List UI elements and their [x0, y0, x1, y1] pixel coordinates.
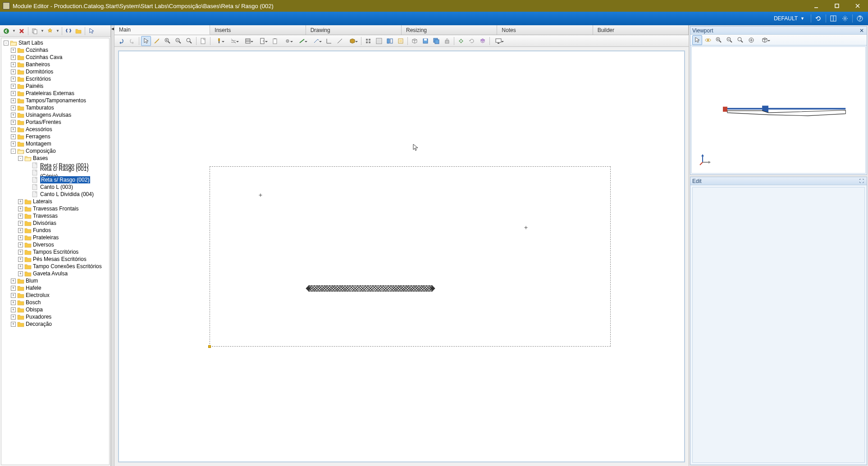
tab-notes[interactable]: Notes: [497, 25, 593, 35]
tree-node[interactable]: Reta c/ Rasgo (001) (Cópia): [1, 169, 109, 176]
tab-main[interactable]: Main: [114, 25, 210, 35]
tab-resizing[interactable]: Resizing: [402, 25, 497, 35]
expand-toggle[interactable]: +: [18, 264, 23, 269]
expand-toggle[interactable]: +: [11, 315, 16, 320]
tree-node[interactable]: Canto L (003): [1, 183, 109, 191]
tree-node[interactable]: +Decoração: [1, 320, 109, 328]
tree-node[interactable]: -Composição: [1, 147, 109, 155]
clipboard-tool[interactable]: [270, 36, 280, 46]
tree-node[interactable]: +Divisórias: [1, 219, 109, 227]
tree-node[interactable]: +Prateleiras: [1, 234, 109, 241]
expand-toggle[interactable]: -: [18, 156, 23, 161]
maximize-button[interactable]: [827, 0, 847, 12]
save-button[interactable]: [420, 36, 430, 46]
lock-button[interactable]: [442, 36, 452, 46]
vp-pan[interactable]: [746, 35, 756, 45]
screen-tool[interactable]: [492, 36, 505, 46]
tree-node[interactable]: +Pés Mesas Escritórios: [1, 256, 109, 263]
expand-toggle[interactable]: +: [11, 286, 16, 291]
hatched-piece[interactable]: [308, 285, 433, 292]
angle-tool[interactable]: [324, 36, 334, 46]
mirror-tool[interactable]: [385, 36, 395, 46]
expand-toggle[interactable]: +: [18, 214, 23, 219]
tree-node[interactable]: +Usinagens Avulsas: [1, 111, 109, 119]
zoom-in-button[interactable]: [163, 36, 173, 46]
expand-toggle[interactable]: +: [11, 84, 16, 89]
gear-calc-button[interactable]: [456, 36, 466, 46]
tree-node[interactable]: +Tampos Escritórios: [1, 248, 109, 256]
tree-node[interactable]: +Puxadores: [1, 313, 109, 320]
expand-toggle[interactable]: +: [18, 221, 23, 226]
expand-toggle[interactable]: +: [18, 271, 23, 276]
open-folder-button[interactable]: [74, 27, 83, 36]
zoom-out-button[interactable]: [174, 36, 183, 46]
tree-node[interactable]: +Electrolux: [1, 292, 109, 299]
tab-inserts[interactable]: Inserts: [210, 25, 306, 35]
tree-node[interactable]: +Tamburatos: [1, 104, 109, 111]
pointer-tool[interactable]: [141, 36, 151, 46]
drill-tool[interactable]: [212, 36, 226, 46]
expand-panel-icon[interactable]: ⛶: [859, 178, 865, 184]
box3d-tool[interactable]: [410, 36, 420, 46]
measure-tool[interactable]: [152, 36, 162, 46]
tree-node[interactable]: +Cozinhas Cava: [1, 54, 109, 61]
collapse-handle[interactable]: ◄: [111, 25, 114, 466]
expand-toggle[interactable]: +: [11, 48, 16, 53]
new-dropdown[interactable]: ▼: [55, 27, 60, 36]
expand-toggle[interactable]: +: [11, 91, 16, 96]
close-button[interactable]: [847, 0, 868, 12]
edit-body[interactable]: [692, 187, 865, 463]
find-button[interactable]: [64, 27, 73, 36]
expand-toggle[interactable]: -: [11, 149, 16, 154]
viewport-header[interactable]: Viewport ✕: [690, 27, 867, 35]
expand-toggle[interactable]: +: [11, 98, 16, 103]
expand-toggle[interactable]: +: [11, 113, 16, 118]
expand-toggle[interactable]: +: [11, 293, 16, 298]
tree-node[interactable]: +Painéis: [1, 82, 109, 90]
layout-panels-icon[interactable]: [829, 14, 838, 23]
tree-node[interactable]: +Bosch: [1, 299, 109, 306]
layout-preset-dropdown[interactable]: DEFAULT ▼: [770, 14, 808, 23]
vp-zoom-fit[interactable]: [736, 35, 745, 45]
new-page-button[interactable]: [198, 36, 208, 46]
tab-builder[interactable]: Builder: [593, 25, 689, 35]
hardware-tool[interactable]: [281, 36, 294, 46]
tree-node[interactable]: +Portas/Frentes: [1, 119, 109, 126]
expand-toggle[interactable]: +: [18, 257, 23, 262]
tree-node[interactable]: +Tampos/Tamponamentos: [1, 97, 109, 104]
viewport-canvas[interactable]: [691, 46, 866, 174]
edge-tool[interactable]: [335, 36, 345, 46]
tree-node[interactable]: +Obispa: [1, 306, 109, 313]
tree-node[interactable]: +Diversos: [1, 241, 109, 248]
expand-toggle[interactable]: +: [11, 105, 16, 110]
panel-tool[interactable]: [241, 36, 255, 46]
expand-toggle[interactable]: +: [11, 307, 16, 312]
back-button[interactable]: [2, 27, 11, 36]
new-item-button[interactable]: [46, 27, 55, 36]
tree-node[interactable]: +Gaveta Avulsa: [1, 270, 109, 277]
tree-node[interactable]: -Start Labs: [1, 39, 109, 46]
redo-button[interactable]: [127, 36, 137, 46]
delete-button[interactable]: [17, 27, 26, 36]
expand-toggle[interactable]: +: [18, 228, 23, 233]
select-mode-button[interactable]: [87, 27, 96, 36]
tree-node[interactable]: +Acessórios: [1, 126, 109, 133]
expand-toggle[interactable]: +: [11, 300, 16, 305]
tree-node[interactable]: +Travessas: [1, 212, 109, 219]
expand-toggle[interactable]: +: [11, 55, 16, 60]
door-tool[interactable]: [256, 36, 269, 46]
tree-node[interactable]: +Travessas Frontais: [1, 205, 109, 212]
vp-view-cube[interactable]: [758, 35, 772, 45]
expand-toggle[interactable]: +: [11, 142, 16, 146]
help-icon[interactable]: ?: [855, 14, 864, 23]
save-all-button[interactable]: [431, 36, 441, 46]
expand-toggle[interactable]: +: [11, 127, 16, 132]
expand-toggle[interactable]: +: [11, 77, 16, 82]
tree-node[interactable]: +Montagem: [1, 140, 109, 147]
expand-toggle[interactable]: +: [18, 206, 23, 211]
line-tool[interactable]: [295, 36, 309, 46]
tree-node[interactable]: +Tampo Conexões Escritórios: [1, 263, 109, 270]
tree-node[interactable]: +Blum: [1, 277, 109, 284]
tree-node[interactable]: +Prateleiras Externas: [1, 90, 109, 97]
tree-node[interactable]: Canto L Dividida (004): [1, 191, 109, 198]
